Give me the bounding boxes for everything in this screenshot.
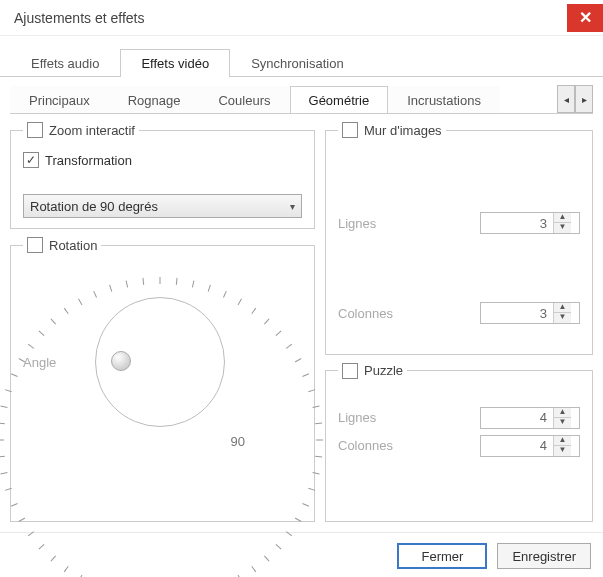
spinner-wall-lignes[interactable]: ▲ ▼ [480, 212, 580, 234]
dial-tick [251, 308, 256, 314]
label-transformation: Transformation [45, 153, 132, 168]
spin-down-icon[interactable]: ▼ [554, 313, 571, 323]
window-title: Ajustements et effets [14, 10, 144, 26]
tab-effets-video[interactable]: Effets vidéo [120, 49, 230, 77]
label-angle: Angle [23, 355, 67, 370]
dial-tick [176, 278, 178, 285]
dial-tick [109, 285, 112, 292]
dial-tick [0, 472, 7, 474]
subtab-geometrie[interactable]: Géométrie [290, 86, 389, 113]
dial-tick [93, 291, 97, 298]
content-area: Zoom interactif Transformation Rotation … [0, 114, 603, 532]
dial-tick [276, 331, 282, 336]
dial-tick [308, 488, 315, 491]
dial-tick [39, 331, 45, 336]
dropdown-transformation-value: Rotation de 90 degrés [30, 199, 158, 214]
main-tabstrip: Effets audio Effets vidéo Synchronisatio… [0, 36, 603, 77]
sub-tabstrip: Principaux Rognage Couleurs Géométrie In… [10, 85, 593, 114]
dial-tick [0, 422, 5, 424]
dial-tick [28, 344, 34, 349]
dial-tick [302, 373, 309, 377]
label-puzzle: Puzzle [364, 363, 403, 378]
dial-knob[interactable] [111, 351, 131, 371]
group-puzzle: Puzzle Lignes ▲ ▼ Colonnes ▲ [325, 363, 593, 522]
dial-tick [5, 389, 12, 392]
dial-marker-90: 90 [231, 434, 245, 449]
dialog-footer: Fermer Enregistrer [0, 532, 603, 577]
subtab-rognage[interactable]: Rognage [109, 86, 200, 113]
group-zoom-interactif: Zoom interactif Transformation Rotation … [10, 122, 315, 229]
checkbox-zoom-interactif[interactable] [27, 122, 43, 138]
dial-tick [312, 472, 319, 474]
input-puzzle-lignes[interactable] [481, 410, 553, 425]
subtabs-scroll-left[interactable]: ◂ [557, 85, 575, 113]
spin-down-icon[interactable]: ▼ [554, 418, 571, 428]
spinner-wall-colonnes[interactable]: ▲ ▼ [480, 302, 580, 324]
close-icon: ✕ [579, 8, 592, 27]
dial-tick [208, 285, 211, 292]
checkbox-puzzle[interactable] [342, 363, 358, 379]
label-zoom-interactif: Zoom interactif [49, 123, 135, 138]
dial-tick [11, 503, 18, 507]
group-rotation: Rotation Angle 90 [10, 237, 315, 522]
checkbox-transformation[interactable] [23, 152, 39, 168]
dial-tick [192, 280, 194, 287]
dial-tick [0, 440, 4, 441]
dial-angle[interactable]: 90 [75, 277, 245, 447]
close-dialog-button[interactable]: Fermer [397, 543, 487, 569]
label-wall-lignes: Lignes [338, 216, 376, 231]
dial-tick [11, 373, 18, 377]
label-mur-dimages: Mur d'images [364, 123, 442, 138]
save-button[interactable]: Enregistrer [497, 543, 591, 569]
dial-tick [51, 319, 56, 325]
subtabs-scroll-right[interactable]: ▸ [575, 85, 593, 113]
dial-tick [238, 299, 242, 306]
input-puzzle-colonnes[interactable] [481, 438, 553, 453]
dial-tick [295, 518, 302, 522]
dial-tick [223, 291, 227, 298]
dial-tick [286, 344, 292, 349]
label-rotation: Rotation [49, 238, 97, 253]
subtab-incrustations[interactable]: Incrustations [388, 86, 500, 113]
spinner-puzzle-colonnes[interactable]: ▲ ▼ [480, 435, 580, 457]
dial-tick [312, 406, 319, 408]
dial-tick [78, 299, 82, 306]
label-wall-colonnes: Colonnes [338, 306, 393, 321]
checkbox-rotation[interactable] [27, 237, 43, 253]
group-mur-dimages: Mur d'images Lignes ▲ ▼ Colonnes ▲ [325, 122, 593, 355]
tab-synchronisation[interactable]: Synchronisation [230, 49, 365, 77]
checkbox-mur-dimages[interactable] [342, 122, 358, 138]
label-puzzle-lignes: Lignes [338, 410, 376, 425]
dial-tick [315, 422, 322, 424]
dial-tick [126, 280, 128, 287]
subtab-couleurs[interactable]: Couleurs [199, 86, 289, 113]
chevron-down-icon: ▾ [290, 201, 295, 212]
spin-down-icon[interactable]: ▼ [554, 446, 571, 456]
spin-down-icon[interactable]: ▼ [554, 223, 571, 233]
dial-tick [142, 278, 144, 285]
tab-effets-audio[interactable]: Effets audio [10, 49, 120, 77]
dial-tick [64, 308, 69, 314]
dial-tick [302, 503, 309, 507]
dial-tick [295, 358, 302, 362]
dropdown-transformation[interactable]: Rotation de 90 degrés ▾ [23, 194, 302, 218]
dial-tick [308, 389, 315, 392]
spinner-puzzle-lignes[interactable]: ▲ ▼ [480, 407, 580, 429]
dial-tick [19, 518, 26, 522]
dial-tick [5, 488, 12, 491]
input-wall-colonnes[interactable] [481, 306, 553, 321]
label-puzzle-colonnes: Colonnes [338, 438, 393, 453]
dial-tick [264, 319, 269, 325]
dial-tick [0, 456, 5, 458]
input-wall-lignes[interactable] [481, 216, 553, 231]
dial-tick [0, 406, 7, 408]
subtab-principaux[interactable]: Principaux [10, 86, 109, 113]
dial-tick [315, 456, 322, 458]
close-button[interactable]: ✕ [567, 4, 603, 32]
titlebar: Ajustements et effets ✕ [0, 0, 603, 36]
dial-tick [316, 440, 323, 441]
dial-tick [160, 277, 161, 284]
